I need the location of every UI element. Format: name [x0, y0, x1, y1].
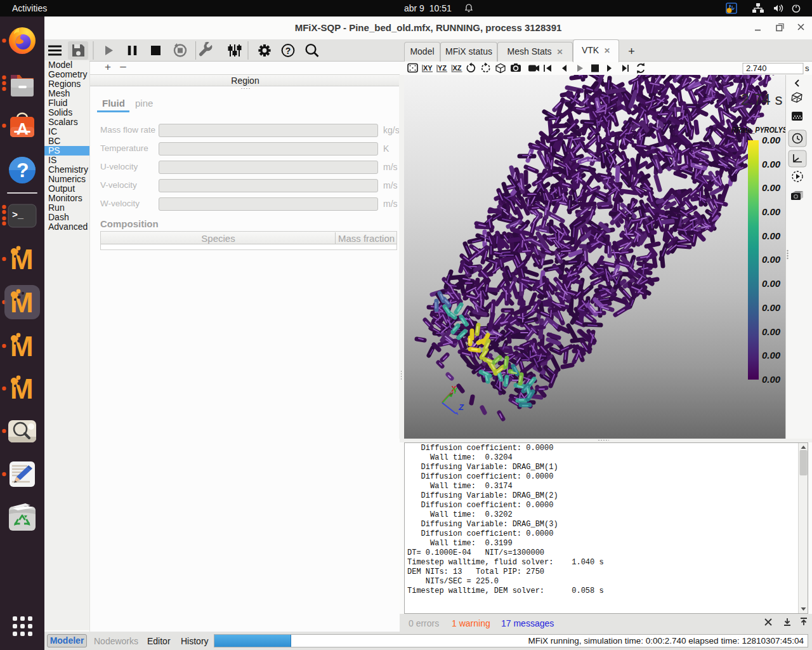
svg-text:Z: Z: [458, 402, 464, 412]
svg-text:0.00: 0.00: [762, 326, 781, 337]
svg-text:s: s: [805, 63, 809, 73]
svg-text:RRate_PYROLYS: RRate_PYROLYS: [731, 125, 785, 135]
svg-text:0.00: 0.00: [762, 159, 781, 169]
svg-text:0.00: 0.00: [762, 135, 781, 145]
svg-text:Y: Y: [452, 387, 457, 395]
svg-text:YZ: YZ: [438, 64, 447, 72]
svg-text:0.00: 0.00: [762, 182, 781, 193]
svg-text:0.00: 0.00: [762, 278, 781, 289]
svg-text:0.00: 0.00: [762, 230, 781, 241]
svg-text:2.740: 2.740: [746, 63, 767, 73]
svg-text:0.00: 0.00: [762, 254, 781, 265]
svg-text:0.00: 0.00: [762, 302, 781, 313]
svg-text:2.74 s: 2.74 s: [741, 91, 782, 108]
svg-text:A: A: [16, 119, 29, 138]
svg-text:0.00: 0.00: [762, 206, 781, 217]
svg-text:XZ: XZ: [453, 64, 462, 72]
svg-text:0.00: 0.00: [762, 374, 781, 385]
svg-text:>_: >_: [12, 210, 24, 221]
svg-text:?: ?: [16, 159, 29, 182]
svg-text:0.00: 0.00: [762, 350, 781, 361]
svg-text:?: ?: [285, 46, 291, 56]
svg-text:XY: XY: [423, 64, 433, 72]
